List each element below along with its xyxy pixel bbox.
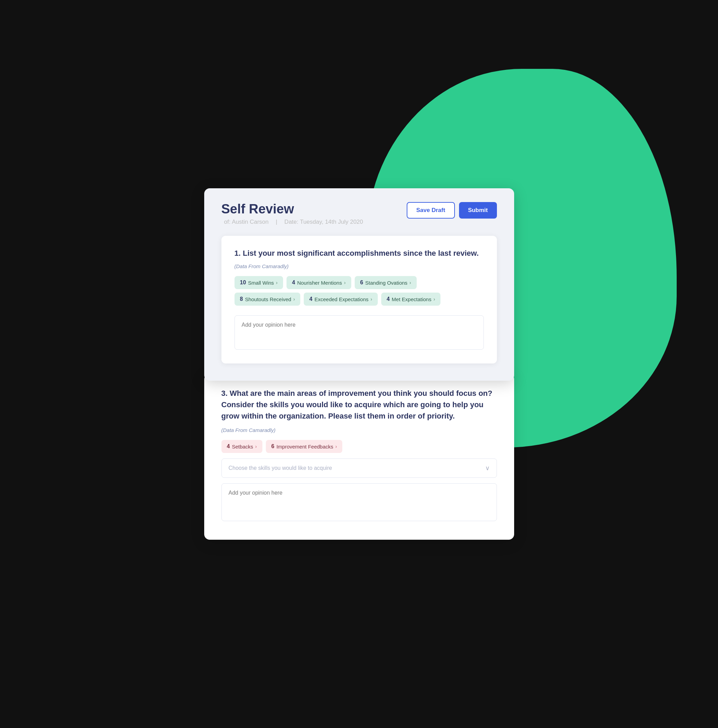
chevron-right-icon: ›	[370, 297, 372, 302]
data-from-2: (Data From Camaradly)	[221, 427, 497, 433]
badge-num-setbacks: 4	[227, 444, 230, 450]
badges-row-1: 10 Small Wins › 4 Nourisher Mentions › 6…	[234, 276, 484, 289]
question-3-text: 3. What are the main areas of improvemen…	[221, 388, 497, 422]
subtitle-separator: |	[276, 219, 277, 225]
badge-label-nourisher: Nourisher Mentions	[297, 280, 342, 286]
badge-nourisher-mentions[interactable]: 4 Nourisher Mentions ›	[286, 276, 351, 289]
submit-button[interactable]: Submit	[459, 202, 497, 219]
badge-num-exceeded: 4	[309, 296, 312, 302]
save-draft-button[interactable]: Save Draft	[407, 202, 455, 219]
chevron-right-icon: ›	[255, 444, 257, 449]
subtitle-of: of: Austin Carson	[224, 219, 269, 225]
badge-exceeded[interactable]: 4 Exceeded Expectations ›	[304, 292, 377, 306]
card-header: Self Review of: Austin Carson | Date: Tu…	[221, 202, 497, 225]
subtitle-date: Date: Tuesday, 14th July 2020	[285, 219, 363, 225]
badge-met[interactable]: 4 Met Expectations ›	[381, 292, 441, 306]
question-1-card: 1. List your most significant accomplish…	[221, 236, 497, 364]
opinion-textarea-1[interactable]	[234, 315, 484, 350]
chevron-right-icon: ›	[433, 297, 435, 302]
chevron-down-icon: ∨	[485, 464, 490, 472]
badge-num-ovations: 6	[360, 280, 363, 286]
badge-num-met: 4	[387, 296, 390, 302]
badge-num-small-wins: 10	[240, 280, 246, 286]
badges-row-2: 8 Shoutouts Received › 4 Exceeded Expect…	[234, 292, 484, 306]
badge-setbacks[interactable]: 4 Setbacks ›	[221, 440, 262, 453]
badge-num-improvement: 6	[271, 444, 274, 450]
skills-dropdown-placeholder: Choose the skills you would like to acqu…	[229, 465, 332, 471]
chevron-right-icon: ›	[344, 280, 346, 285]
chevron-right-icon: ›	[276, 280, 277, 285]
skills-dropdown[interactable]: Choose the skills you would like to acqu…	[221, 459, 497, 478]
badge-shoutouts[interactable]: 8 Shoutouts Received ›	[234, 292, 301, 306]
badge-label-shoutouts: Shoutouts Received	[245, 297, 291, 302]
chevron-right-icon: ›	[293, 297, 295, 302]
badge-label-improvement: Improvement Feedbacks	[277, 444, 333, 450]
question-1-text: 1. List your most significant accomplish…	[234, 248, 484, 259]
chevron-right-icon: ›	[409, 280, 411, 285]
page-title: Self Review	[221, 202, 366, 217]
badge-standing-ovations[interactable]: 6 Standing Ovations ›	[355, 276, 417, 289]
badge-num-nourisher: 4	[292, 280, 295, 286]
card-improvement: 3. What are the main areas of improvemen…	[204, 374, 514, 540]
badge-small-wins[interactable]: 10 Small Wins ›	[234, 276, 283, 289]
card-title-group: Self Review of: Austin Carson | Date: Tu…	[221, 202, 366, 225]
badge-num-shoutouts: 8	[240, 296, 243, 302]
badge-label-exceeded: Exceeded Expectations	[314, 297, 369, 302]
card-self-review: Self Review of: Austin Carson | Date: Tu…	[204, 188, 514, 381]
badges-row-3: 4 Setbacks › 6 Improvement Feedbacks ›	[221, 440, 497, 453]
page-container: Self Review of: Austin Carson | Date: Tu…	[204, 188, 514, 540]
badge-label-met: Met Expectations	[392, 297, 432, 302]
header-buttons: Save Draft Submit	[407, 202, 497, 219]
opinion-textarea-2[interactable]	[221, 483, 497, 521]
data-from-1: (Data From Camaradly)	[234, 263, 484, 269]
badge-label-small-wins: Small Wins	[248, 280, 274, 286]
badge-improvement-feedbacks[interactable]: 6 Improvement Feedbacks ›	[266, 440, 343, 453]
badge-label-ovations: Standing Ovations	[365, 280, 408, 286]
chevron-right-icon: ›	[335, 444, 337, 449]
card-subtitle: of: Austin Carson | Date: Tuesday, 14th …	[221, 219, 366, 225]
badge-label-setbacks: Setbacks	[232, 444, 253, 450]
